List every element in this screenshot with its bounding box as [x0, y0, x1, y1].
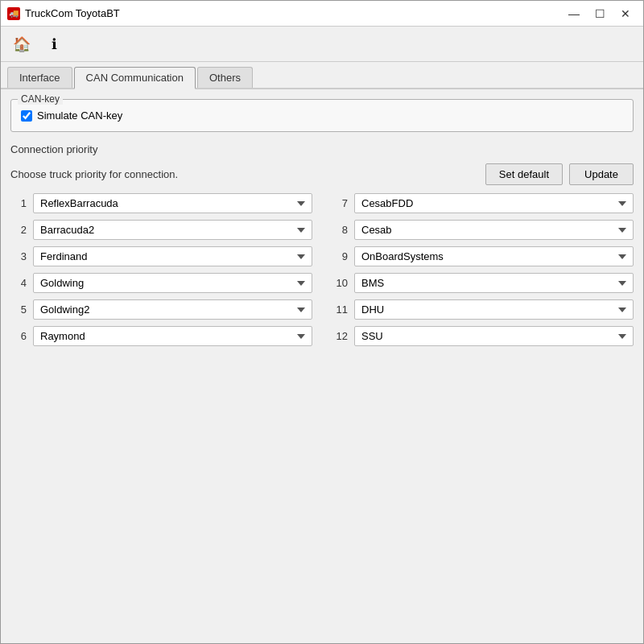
simulate-checkbox[interactable]: [21, 110, 32, 122]
priority-select[interactable]: Goldwing: [33, 273, 312, 293]
priority-select[interactable]: BMS: [354, 273, 634, 293]
window-controls: — ☐ ✕: [563, 6, 637, 22]
window-title: TruckCom ToyotaBT: [25, 7, 563, 19]
tab-content: CAN-key Simulate CAN-key Connection prio…: [1, 89, 643, 643]
toolbar: 🏠 ℹ: [1, 27, 643, 62]
priority-select[interactable]: SSU: [354, 326, 634, 346]
priority-select[interactable]: DHU: [354, 299, 634, 320]
minimize-button[interactable]: —: [563, 6, 585, 22]
tabs-bar: Interface CAN Communication Others: [1, 62, 643, 89]
connection-priority-section: Connection priority Choose truck priorit…: [10, 143, 634, 346]
priority-select[interactable]: Ferdinand: [33, 246, 312, 266]
title-bar: 🚚 TruckCom ToyotaBT — ☐ ✕: [1, 1, 643, 27]
info-button[interactable]: ℹ: [39, 31, 68, 57]
priority-number: 12: [332, 330, 348, 342]
priority-select[interactable]: ReflexBarracuda: [33, 193, 312, 213]
main-window: 🚚 TruckCom ToyotaBT — ☐ ✕ 🏠 ℹ Interface …: [0, 0, 644, 644]
home-button[interactable]: 🏠: [7, 31, 36, 57]
priority-description: Choose truck priority for connection.: [10, 168, 178, 180]
app-icon: 🚚: [7, 7, 20, 20]
set-default-button[interactable]: Set default: [485, 163, 563, 185]
priority-number: 6: [10, 330, 27, 342]
maximize-button[interactable]: ☐: [588, 6, 611, 22]
priority-number: 8: [332, 224, 348, 236]
tab-interface[interactable]: Interface: [7, 67, 72, 88]
connection-priority-title: Connection priority: [10, 143, 634, 155]
list-item: 5Goldwing2: [10, 299, 312, 320]
close-button[interactable]: ✕: [614, 6, 637, 22]
priority-number: 3: [10, 250, 27, 262]
priority-number: 1: [10, 197, 27, 209]
priority-number: 7: [332, 197, 348, 209]
list-item: 2Barracuda2: [10, 220, 312, 240]
home-icon: 🏠: [13, 35, 31, 53]
update-button[interactable]: Update: [569, 163, 634, 185]
priority-select[interactable]: Barracuda2: [33, 220, 312, 240]
list-item: 3Ferdinand: [10, 246, 312, 266]
list-item: 7CesabFDD: [332, 193, 634, 213]
priority-select[interactable]: CesabFDD: [354, 193, 634, 213]
priority-number: 2: [10, 224, 27, 236]
list-item: 11DHU: [332, 299, 634, 320]
can-key-group-title: CAN-key: [18, 93, 63, 105]
list-item: 10BMS: [332, 273, 634, 293]
info-icon: ℹ: [52, 35, 57, 53]
priority-number: 11: [332, 303, 348, 316]
priority-select[interactable]: Goldwing2: [33, 299, 312, 320]
priority-select[interactable]: Cesab: [354, 220, 634, 240]
tab-others[interactable]: Others: [197, 67, 253, 88]
list-item: 8Cesab: [332, 220, 634, 240]
priority-select[interactable]: OnBoardSystems: [354, 246, 634, 266]
list-item: 9OnBoardSystems: [332, 246, 634, 266]
tab-can-communication[interactable]: CAN Communication: [74, 67, 196, 89]
priority-number: 10: [332, 277, 348, 289]
simulate-label[interactable]: Simulate CAN-key: [37, 109, 122, 122]
priority-select[interactable]: Raymond: [33, 326, 312, 346]
priority-number: 4: [10, 277, 27, 289]
can-key-group: CAN-key Simulate CAN-key: [10, 99, 634, 132]
priority-grid: 1ReflexBarracuda7CesabFDD2Barracuda28Ces…: [10, 193, 634, 346]
list-item: 4Goldwing: [10, 273, 312, 293]
priority-buttons: Set default Update: [485, 163, 634, 185]
priority-number: 5: [10, 303, 27, 316]
priority-header: Choose truck priority for connection. Se…: [10, 163, 634, 185]
simulate-can-key-row: Simulate CAN-key: [21, 109, 623, 122]
priority-number: 9: [332, 250, 348, 262]
list-item: 6Raymond: [10, 326, 312, 346]
list-item: 12SSU: [332, 326, 634, 346]
list-item: 1ReflexBarracuda: [10, 193, 312, 213]
